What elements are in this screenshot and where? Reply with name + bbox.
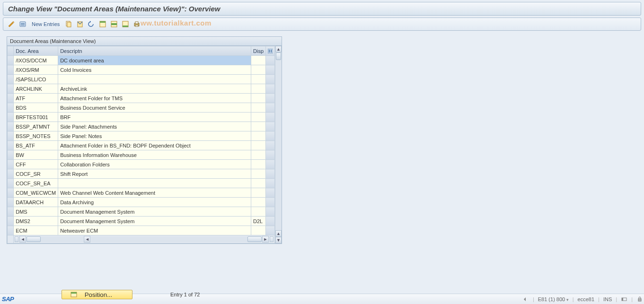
cell-description[interactable] (58, 179, 251, 188)
row-selector[interactable] (8, 179, 14, 188)
col-doc-area[interactable]: Doc. Area (14, 46, 58, 56)
cell-disp[interactable] (251, 65, 266, 75)
cell-doc-area[interactable]: BRFTEST001 (14, 113, 58, 122)
row-selector[interactable] (8, 131, 14, 141)
row-selector[interactable] (8, 169, 14, 179)
cell-description[interactable]: Document Management System (58, 207, 251, 217)
row-selector[interactable] (8, 75, 14, 84)
row-selector[interactable] (8, 122, 14, 131)
cell-doc-area[interactable]: DMS2 (14, 217, 58, 226)
cell-disp[interactable] (251, 122, 266, 131)
print-icon[interactable] (132, 20, 141, 28)
cell-doc-area[interactable]: DATAARCH (14, 198, 58, 207)
cell-doc-area[interactable]: BW (14, 150, 58, 160)
cell-disp[interactable] (251, 113, 266, 122)
deselect-all-icon[interactable] (121, 20, 130, 28)
cell-disp[interactable] (251, 179, 266, 188)
cell-disp[interactable] (251, 103, 266, 113)
cell-disp[interactable] (251, 226, 266, 235)
select-all-icon[interactable] (98, 20, 107, 28)
cell-description[interactable]: Data Archiving (58, 198, 251, 207)
cell-disp[interactable] (251, 84, 266, 94)
status-lock-icon[interactable] (636, 296, 643, 303)
cell-description[interactable] (58, 75, 251, 84)
cell-description[interactable]: Shift Report (58, 169, 251, 179)
vertical-scrollbar[interactable]: ▲ ▲ ▼ (275, 46, 282, 243)
row-selector[interactable] (8, 65, 14, 75)
copy-icon[interactable] (64, 20, 73, 28)
cell-doc-area[interactable]: DMS (14, 207, 58, 217)
cell-doc-area[interactable]: BSSP_NOTES (14, 131, 58, 141)
cell-doc-area[interactable]: COCF_SR (14, 169, 58, 179)
cell-disp[interactable] (251, 56, 266, 65)
cell-disp[interactable] (251, 94, 266, 103)
cell-disp[interactable] (251, 141, 266, 150)
row-selector[interactable] (8, 84, 14, 94)
cell-disp[interactable] (251, 150, 266, 160)
status-session-icon[interactable] (522, 296, 529, 303)
cell-description[interactable]: Business Information Warehouse (58, 150, 251, 160)
vscroll-up-icon[interactable]: ▲ (275, 46, 282, 52)
hscroll-right-icon[interactable]: ► (262, 236, 269, 243)
select-block-icon[interactable] (110, 20, 118, 28)
vscroll-up2-icon[interactable]: ▲ (275, 230, 282, 237)
cell-disp[interactable]: D2L (251, 217, 266, 226)
cell-doc-area[interactable]: /IXOS/RM (14, 65, 58, 75)
row-selector[interactable] (8, 113, 14, 122)
status-layout-icon[interactable] (621, 296, 627, 303)
hscroll-left-icon[interactable]: ◄ (19, 236, 26, 243)
cell-doc-area[interactable]: ARCHLINK (14, 84, 58, 94)
cell-doc-area[interactable]: CFF (14, 160, 58, 169)
row-selector[interactable] (8, 141, 14, 150)
toggle-change-icon[interactable] (7, 20, 16, 28)
row-selector[interactable] (8, 226, 14, 235)
hscroll-split-right[interactable] (270, 236, 273, 242)
status-system[interactable]: E81 (1) 800 (537, 296, 570, 302)
cell-description[interactable]: ArchiveLink (58, 84, 251, 94)
vscroll-thumb[interactable] (276, 52, 281, 60)
row-selector[interactable] (8, 207, 14, 217)
horizontal-scrollbar[interactable]: ◄ ◄ ► (14, 235, 274, 243)
delete-icon[interactable] (76, 20, 84, 28)
cell-description[interactable]: Netweaver ECM (58, 226, 251, 235)
row-selector[interactable] (8, 217, 14, 226)
cell-doc-area[interactable]: /SAPSLL/CO (14, 75, 58, 84)
cell-disp[interactable] (251, 160, 266, 169)
row-selector[interactable] (8, 160, 14, 169)
cell-doc-area[interactable]: BSSP_ATMNT (14, 122, 58, 131)
cell-description[interactable]: Document Management System (58, 217, 251, 226)
vscroll-down-icon[interactable]: ▼ (275, 237, 282, 243)
row-selector[interactable] (8, 103, 14, 113)
row-selector[interactable] (8, 198, 14, 207)
cell-disp[interactable] (251, 198, 266, 207)
cell-doc-area[interactable]: COM_WECWCM (14, 188, 58, 198)
cell-disp[interactable] (251, 169, 266, 179)
row-selector[interactable] (8, 188, 14, 198)
cell-disp[interactable] (251, 207, 266, 217)
cell-doc-area[interactable]: /IXOS/DCCM (14, 56, 58, 65)
cell-doc-area[interactable]: BDS (14, 103, 58, 113)
cell-description[interactable]: Business Document Service (58, 103, 251, 113)
cell-description[interactable]: Attachment Folder for TMS (58, 94, 251, 103)
cell-description[interactable]: Cold Invoices (58, 65, 251, 75)
cell-disp[interactable] (251, 188, 266, 198)
cell-description[interactable]: BRF (58, 113, 251, 122)
other-view-icon[interactable] (18, 20, 27, 28)
undo-icon[interactable] (87, 20, 96, 28)
col-disp[interactable]: Disp (251, 46, 266, 56)
cell-description[interactable]: Side Panel: Attachments (58, 122, 251, 131)
table-settings-icon[interactable] (266, 46, 275, 56)
hscroll-left2-icon[interactable]: ◄ (84, 236, 90, 243)
col-description[interactable]: Descriptn (58, 46, 251, 56)
cell-description[interactable]: DC document area (58, 56, 251, 65)
cell-description[interactable]: Collaboration Folders (58, 160, 251, 169)
cell-disp[interactable] (251, 75, 266, 84)
cell-doc-area[interactable]: COCF_SR_EA (14, 179, 58, 188)
cell-doc-area[interactable]: BS_ATF (14, 141, 58, 150)
hscroll-split-left[interactable] (15, 236, 18, 242)
cell-description[interactable]: Side Panel: Notes (58, 131, 251, 141)
cell-doc-area[interactable]: ECM (14, 226, 58, 235)
cell-description[interactable]: Attachment Folder in BS_FND: BOPF Depend… (58, 141, 251, 150)
cell-doc-area[interactable]: ATF (14, 94, 58, 103)
position-button[interactable]: Position... (62, 290, 132, 299)
